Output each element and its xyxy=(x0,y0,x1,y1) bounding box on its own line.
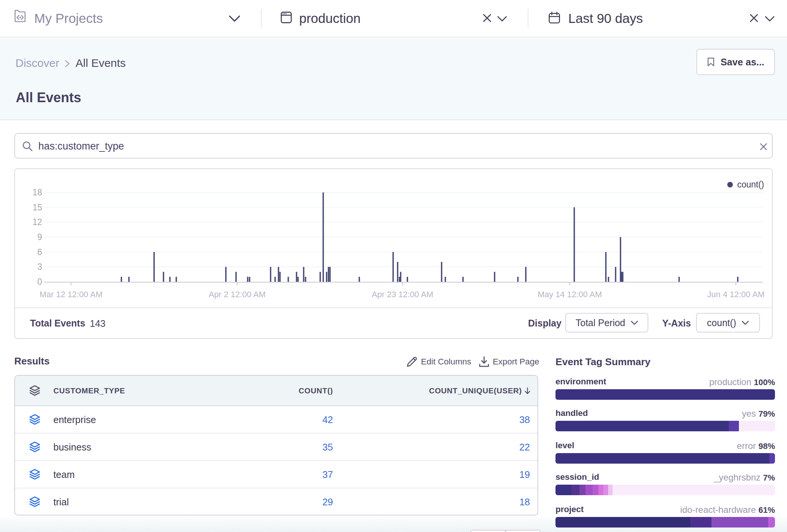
svg-text:Mar 12 12:00 AM: Mar 12 12:00 AM xyxy=(39,290,103,299)
svg-text:12: 12 xyxy=(32,217,42,227)
svg-text:Apr 2 12:00 AM: Apr 2 12:00 AM xyxy=(209,290,266,299)
svg-text:Jun 4 12:00 AM: Jun 4 12:00 AM xyxy=(707,290,765,299)
svg-text:May 14 12:00 AM: May 14 12:00 AM xyxy=(537,290,602,299)
svg-text:9: 9 xyxy=(37,232,42,242)
svg-text:6: 6 xyxy=(37,247,42,257)
svg-text:15: 15 xyxy=(32,203,42,212)
svg-text:3: 3 xyxy=(37,262,42,272)
svg-text:0: 0 xyxy=(37,277,42,287)
svg-text:18: 18 xyxy=(32,187,42,197)
svg-text:Apr 23 12:00 AM: Apr 23 12:00 AM xyxy=(372,290,433,299)
